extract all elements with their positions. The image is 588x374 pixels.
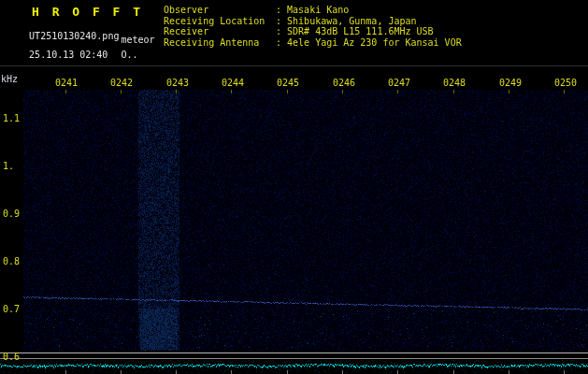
- time-tick-label: 0247: [388, 78, 410, 88]
- info-label: Receiving Location: [164, 16, 276, 27]
- freq-tick-label: 0.6: [3, 352, 20, 362]
- datetime: 25.10.13 02:40: [29, 50, 108, 60]
- info-value: 4ele Yagi Az 230 for Kansai VOR: [287, 37, 462, 48]
- info-colon: :: [276, 5, 287, 15]
- time-tick-label: 0249: [499, 78, 522, 88]
- freq-tick-label: 0.8: [3, 256, 20, 266]
- app-title: H R O F F T: [32, 5, 143, 19]
- info-label: Receiver: [164, 26, 276, 37]
- info-value: SDR# 43dB L15 111.6MHz USB: [287, 26, 434, 36]
- info-row-location: Receiving Location: Shibukawa, Gunma, Ja…: [164, 16, 462, 27]
- info-row-observer: Observer: Masaki Kano: [164, 5, 462, 16]
- info-label: Receiving Antenna: [164, 37, 276, 49]
- freq-unit-label: kHz: [1, 74, 18, 84]
- time-tick-label: 0250: [554, 78, 577, 88]
- freq-tick-label: 1.: [3, 161, 14, 171]
- info-colon: :: [276, 37, 287, 48]
- info-colon: :: [276, 16, 287, 26]
- info-colon: :: [276, 26, 287, 36]
- datetime-line: 25.10.13 02:40O..: [7, 39, 137, 70]
- freq-tick-label: 0.9: [3, 209, 20, 219]
- time-tick-label: 0242: [110, 78, 133, 88]
- info-row-receiver: Receiver: SDR# 43dB L15 111.6MHz USB: [164, 26, 462, 37]
- time-tick-label: 0243: [166, 78, 189, 88]
- freq-tick-label: 1.1: [3, 113, 20, 123]
- time-tick-label: 0246: [333, 78, 355, 88]
- station-info: Observer: Masaki Kano Receiving Location…: [164, 5, 462, 48]
- info-row-antenna: Receiving Antenna: 4ele Yagi Az 230 for …: [164, 37, 462, 49]
- info-value: Masaki Kano: [287, 5, 349, 15]
- time-tick-label: 0244: [222, 78, 244, 88]
- hrofft-window: H R O F F T UT2510130240.pngmeteor 25.10…: [0, 0, 588, 374]
- time-tick-label: 0248: [443, 78, 466, 88]
- time-tick-label: 0241: [55, 78, 78, 88]
- time-tick-label: 0245: [277, 78, 299, 88]
- freq-tick-label: 0.7: [3, 304, 20, 314]
- info-label: Observer: [164, 5, 276, 16]
- info-value: Shibukawa, Gunma, Japan: [287, 16, 416, 26]
- echo-counter: O..: [121, 50, 137, 60]
